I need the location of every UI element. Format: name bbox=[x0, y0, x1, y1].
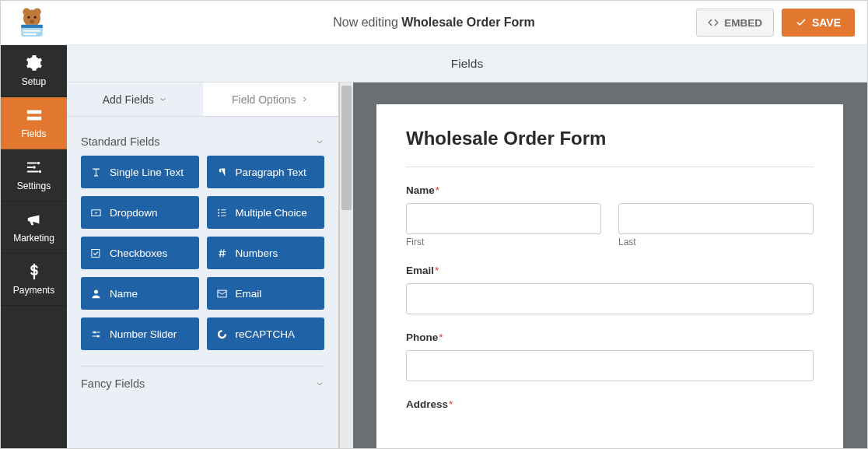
code-icon bbox=[708, 17, 719, 28]
chevron-down-icon bbox=[315, 379, 324, 388]
field-checkboxes[interactable]: Checkboxes bbox=[81, 237, 199, 269]
label-name: Name* bbox=[406, 184, 439, 196]
user-icon bbox=[90, 288, 102, 300]
tab-add-fields[interactable]: Add Fields bbox=[67, 82, 203, 116]
nav-fields[interactable]: Fields bbox=[1, 97, 67, 149]
recaptcha-icon bbox=[216, 328, 228, 340]
envelope-icon bbox=[216, 288, 228, 300]
slider-icon bbox=[90, 328, 102, 340]
input-phone[interactable] bbox=[406, 350, 814, 381]
svg-point-14 bbox=[38, 170, 41, 174]
form-field-name[interactable]: Name* First Last bbox=[406, 183, 814, 247]
svg-point-12 bbox=[37, 162, 40, 165]
svg-rect-21 bbox=[217, 290, 226, 297]
text-icon bbox=[90, 167, 102, 178]
app-logo bbox=[13, 4, 51, 41]
form-field-email[interactable]: Email* bbox=[406, 263, 814, 314]
field-multiple-choice[interactable]: Multiple Choice bbox=[207, 196, 325, 229]
nav-settings[interactable]: Settings bbox=[1, 149, 67, 202]
form-preview[interactable]: Wholesale Order Form Name* First bbox=[376, 104, 843, 448]
svg-point-13 bbox=[33, 166, 36, 169]
form-canvas: Wholesale Order Form Name* First bbox=[353, 82, 867, 448]
field-numbers[interactable]: Numbers bbox=[207, 237, 325, 269]
svg-point-17 bbox=[218, 212, 219, 213]
tab-field-options[interactable]: Field Options bbox=[203, 82, 339, 116]
dropdown-icon bbox=[90, 207, 102, 219]
svg-rect-11 bbox=[26, 117, 40, 121]
svg-point-3 bbox=[27, 16, 30, 19]
svg-point-18 bbox=[218, 215, 219, 216]
paragraph-icon bbox=[216, 167, 228, 178]
field-dropdown[interactable]: Dropdown bbox=[81, 196, 199, 229]
field-recaptcha[interactable]: reCAPTCHA bbox=[207, 317, 325, 350]
nav-payments[interactable]: Payments bbox=[1, 254, 67, 306]
nav-setup[interactable]: Setup bbox=[1, 45, 67, 97]
svg-rect-19 bbox=[92, 249, 100, 257]
form-field-phone[interactable]: Phone* bbox=[406, 330, 814, 381]
checkbox-icon bbox=[90, 247, 102, 259]
nav-marketing[interactable]: Marketing bbox=[1, 202, 67, 254]
label-phone: Phone* bbox=[406, 331, 443, 343]
input-first-name[interactable] bbox=[406, 203, 601, 234]
field-email[interactable]: Email bbox=[207, 277, 325, 310]
svg-rect-9 bbox=[23, 33, 37, 35]
field-number-slider[interactable]: Number Slider bbox=[81, 317, 199, 350]
field-single-line-text[interactable]: Single Line Text bbox=[81, 156, 199, 188]
svg-point-5 bbox=[30, 20, 34, 23]
label-address: Address* bbox=[406, 398, 453, 410]
fields-icon bbox=[26, 107, 43, 124]
chevron-down-icon bbox=[159, 95, 167, 103]
embed-button[interactable]: EMBED bbox=[696, 9, 774, 37]
svg-point-20 bbox=[94, 289, 98, 293]
section-fancy-fields[interactable]: Fancy Fields bbox=[81, 377, 324, 390]
field-paragraph-text[interactable]: Paragraph Text bbox=[207, 156, 325, 188]
list-icon bbox=[216, 207, 228, 219]
label-email: Email* bbox=[406, 265, 439, 276]
divider bbox=[406, 167, 814, 167]
svg-point-22 bbox=[93, 331, 96, 333]
sublabel-last: Last bbox=[618, 237, 814, 247]
save-button[interactable]: SAVE bbox=[782, 9, 855, 37]
svg-point-2 bbox=[23, 10, 40, 27]
divider bbox=[81, 366, 324, 367]
sublabel-first: First bbox=[406, 237, 601, 247]
svg-point-4 bbox=[34, 16, 37, 19]
scrollbar[interactable] bbox=[339, 82, 353, 448]
form-field-address[interactable]: Address* bbox=[406, 397, 814, 411]
svg-rect-10 bbox=[26, 110, 40, 114]
section-standard-fields[interactable]: Standard Fields bbox=[81, 135, 324, 148]
field-name[interactable]: Name bbox=[81, 277, 199, 310]
input-last-name[interactable] bbox=[618, 203, 814, 234]
svg-rect-8 bbox=[23, 30, 40, 32]
panel-heading: Fields bbox=[67, 45, 867, 82]
input-email[interactable] bbox=[406, 283, 814, 314]
svg-point-16 bbox=[218, 209, 219, 210]
check-icon bbox=[796, 17, 807, 28]
scrollbar-thumb[interactable] bbox=[341, 86, 352, 210]
hash-icon bbox=[216, 247, 228, 259]
chevron-right-icon bbox=[300, 95, 309, 103]
dollar-icon bbox=[26, 263, 43, 280]
svg-rect-7 bbox=[21, 25, 43, 28]
megaphone-icon bbox=[26, 211, 43, 228]
svg-point-23 bbox=[97, 335, 100, 337]
gear-icon bbox=[26, 54, 43, 72]
sliders-icon bbox=[26, 159, 43, 176]
form-title: Wholesale Order Form bbox=[406, 128, 814, 149]
chevron-down-icon bbox=[315, 137, 324, 146]
